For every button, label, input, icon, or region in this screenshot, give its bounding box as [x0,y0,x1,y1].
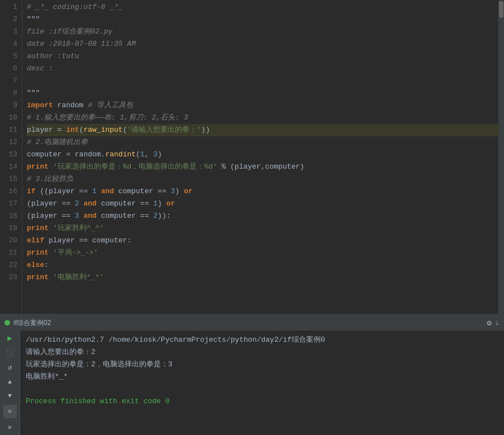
code-line-15: # 3.比较胜负 [27,173,504,185]
code-line-17: (player == 2 and computer == 1) or [27,198,504,210]
code-line-4: date :2018-07-08 11:35 AM [27,38,504,50]
rerun-button[interactable]: ↺ [4,362,16,373]
scroll-up-button[interactable]: ▲ [4,376,16,388]
code-line-18: (player == 3 and computer == 2)): [27,210,504,222]
run-button[interactable]: ▶ [4,333,16,344]
run-status-icon [4,320,10,326]
code-line-11: player = int(raw_input('请输入您要出的拳：')) [27,124,504,136]
output-cmd-line: /usr/bin/python2.7 /home/kiosk/PycharmPr… [26,334,498,346]
close-button[interactable]: ✕ [4,422,16,433]
run-panel: if综合案例02 ⚙ ↓ ▶ ⬛ ↺ ▲ ▼ ≡ ✕ /usr/bin/pyth… [0,314,504,435]
run-header-tools: ⚙ ↓ [487,318,500,328]
code-line-16: if ((player == 1 and computer == 3) or [27,185,504,198]
code-line-21: print '平局->_->' [27,247,504,259]
code-line-19: print '玩家胜利^_^' [27,222,504,235]
run-header: if综合案例02 ⚙ ↓ [0,315,504,331]
code-content[interactable]: # _*_ coding:utf-8 _*_"""file :if综合案例02.… [22,0,504,314]
code-line-14: print '玩家选择出的拳是：%d，电脑选择出的拳是：%d' % (playe… [27,161,504,173]
output-line-4: Process finished with exit code 0 [26,395,498,408]
output-line-2: 电脑胜利*_* [26,371,498,383]
editor-scroll: # _*_ coding:utf-8 _*_"""file :if综合案例02.… [22,0,504,314]
code-line-7 [27,75,504,87]
code-line-9: import random # 导入工具包 [27,99,504,112]
settings-button[interactable]: ≡ [3,405,17,418]
run-output: /usr/bin/python2.7 /home/kiosk/PycharmPr… [20,331,504,435]
run-body: ▶ ⬛ ↺ ▲ ▼ ≡ ✕ /usr/bin/python2.7 /home/k… [0,331,504,435]
code-line-23: print '电脑胜利*_*' [27,271,504,284]
code-line-12: # 2.电脑随机出拳 [27,136,504,149]
code-line-5: author :tutu [27,50,504,63]
stop-button[interactable]: ⬛ [4,347,16,358]
pin-icon[interactable]: ↓ [495,318,500,327]
code-line-22: else: [27,259,504,271]
editor-area: 1234567891011121314151617181920212223 # … [0,0,504,314]
code-line-6: desc : [27,63,504,75]
editor-scrollbar-thumb[interactable] [499,1,503,18]
output-line-3 [26,383,498,395]
code-line-20: elif player == computer: [27,235,504,247]
settings-icon[interactable]: ⚙ [487,318,491,328]
editor-scrollbar[interactable] [498,0,504,314]
line-numbers: 1234567891011121314151617181920212223 [0,0,22,314]
run-title: if综合案例02 [13,318,51,328]
scroll-down-button[interactable]: ▼ [4,390,16,401]
code-line-10: # 1.输入您要出的拳——布: 1,剪刀: 2,石头: 3 [27,112,504,124]
code-line-1: # _*_ coding:utf-8 _*_ [27,1,504,13]
output-line-1: 玩家选择出的拳是：2，电脑选择出的拳是：3 [26,358,498,371]
output-line-0: 请输入您要出的拳：2 [26,346,498,358]
code-line-13: computer = random.randint(1, 3) [27,149,504,161]
code-line-3: file :if综合案例02.py [27,26,504,38]
code-line-2: """ [27,13,504,26]
code-line-8: """ [27,87,504,99]
run-sidebar: ▶ ⬛ ↺ ▲ ▼ ≡ ✕ [0,331,20,435]
